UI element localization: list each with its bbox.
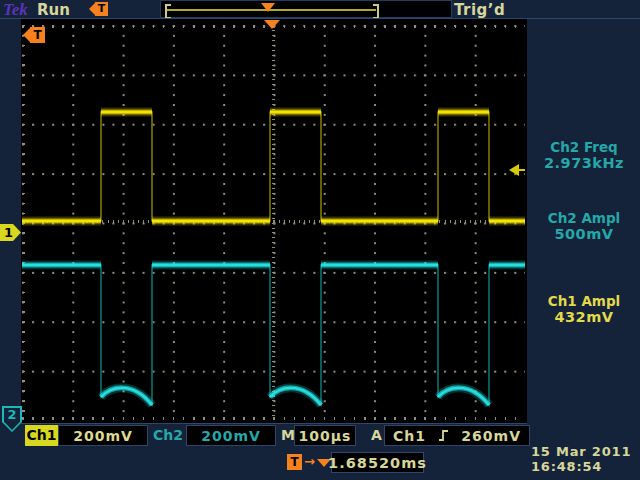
left-arrow-icon bbox=[509, 164, 519, 176]
ch1-channel-badge: Ch1 bbox=[25, 425, 58, 446]
measurement-label: Ch2 Freq bbox=[528, 139, 640, 155]
bracket-left-icon bbox=[165, 4, 171, 19]
ch2-channel-label: Ch2 bbox=[153, 427, 183, 443]
trigger-time-value: 1.68520ms bbox=[331, 452, 424, 473]
t-letter: T bbox=[95, 2, 108, 16]
trigger-settings-box: Ch1 260mV bbox=[384, 425, 530, 446]
record-view-bar bbox=[160, 0, 452, 18]
ch1-trace bbox=[22, 112, 525, 221]
trigger-state: Trig’d bbox=[454, 1, 505, 19]
measurement-ch1-ampl: Ch1 Ampl 432mV bbox=[528, 293, 640, 325]
trigger-horizontal-position-icon bbox=[264, 20, 280, 29]
measurement-value: 432mV bbox=[528, 309, 640, 325]
top-status-bar: Tek Run T Trig’d bbox=[0, 0, 640, 18]
rising-edge-icon bbox=[438, 429, 449, 442]
ch1-volts-per-div: 200mV bbox=[58, 425, 148, 446]
ch1-trace-edges bbox=[22, 112, 525, 221]
waveform-plot bbox=[22, 25, 525, 420]
ch2-trace-glow bbox=[22, 265, 525, 405]
trigger-a-label: A bbox=[371, 427, 382, 443]
ch1-ground-marker: 1 bbox=[0, 224, 21, 241]
ch2-trace-edges bbox=[22, 265, 525, 405]
right-arrow-icon: → bbox=[304, 454, 315, 469]
ch2-trace-fuzz bbox=[22, 265, 525, 405]
time-per-div: 100µs bbox=[294, 425, 356, 446]
graticule-area bbox=[21, 19, 527, 424]
trigger-level-arrow-icon bbox=[509, 164, 525, 176]
trigger-t-icon: T bbox=[287, 454, 302, 470]
measurement-label: Ch1 Ampl bbox=[528, 293, 640, 309]
trigger-level-value: 260mV bbox=[461, 428, 521, 444]
left-arrow-icon bbox=[23, 28, 30, 42]
ch2-volts-per-div: 200mV bbox=[186, 425, 276, 446]
arrow-tail bbox=[519, 169, 525, 171]
measurement-label: Ch2 Ampl bbox=[528, 210, 640, 226]
measurement-value: 500mV bbox=[528, 226, 640, 242]
ch2-ground-marker: 2 bbox=[2, 406, 22, 432]
measurement-ch2-freq: Ch2 Freq 2.973kHz bbox=[528, 139, 640, 171]
flag-number: 2 bbox=[2, 407, 22, 422]
t-letter: T bbox=[30, 27, 45, 43]
datetime-display: 15 Mar 2011 16:48:54 bbox=[531, 444, 639, 474]
trigger-source: Ch1 bbox=[393, 428, 426, 444]
date-text: 15 Mar 2011 bbox=[531, 444, 639, 459]
ch1-trace-glow bbox=[22, 112, 525, 221]
trigger-time-marker-icon: T bbox=[23, 27, 45, 43]
oscilloscope-screen: Tek Run T Trig’d bbox=[0, 0, 640, 480]
measurement-value: 2.973kHz bbox=[528, 155, 640, 171]
trigger-position-triangle-icon bbox=[261, 3, 275, 12]
tek-logo: Tek bbox=[3, 0, 28, 20]
acquisition-status: Run bbox=[37, 1, 70, 19]
measurement-ch2-ampl: Ch2 Ampl 500mV bbox=[528, 210, 640, 242]
ch1-trace-fuzz bbox=[22, 112, 525, 221]
timebase-label: M bbox=[281, 427, 295, 443]
trigger-position-icon: T bbox=[89, 2, 108, 16]
bracket-right-icon bbox=[373, 4, 379, 19]
time-text: 16:48:54 bbox=[531, 459, 639, 474]
ch2-trace bbox=[22, 265, 525, 405]
